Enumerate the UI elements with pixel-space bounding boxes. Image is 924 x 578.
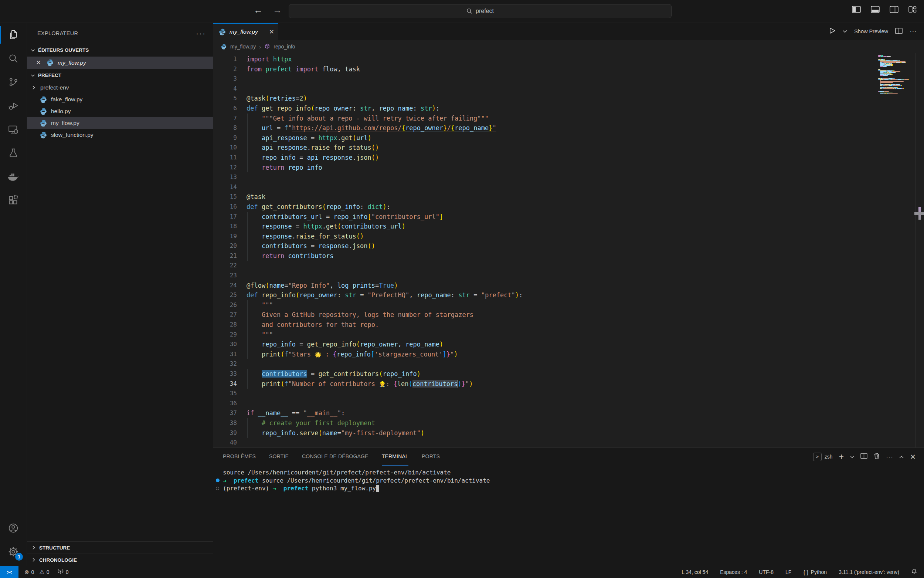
code-line-21[interactable]: 21 return contributors: [213, 251, 924, 261]
indentation[interactable]: Espaces : 4: [720, 569, 747, 575]
code-line-24[interactable]: 24@flow(name="Repo Info", log_prints=Tru…: [213, 281, 924, 291]
toggle-sidebar-icon[interactable]: [852, 6, 861, 13]
tab-my-flow[interactable]: my_flow.py ✕: [213, 23, 278, 40]
file-hello.py[interactable]: hello.py: [27, 106, 213, 117]
code-line-20[interactable]: 20 contributors = response.json(): [213, 241, 924, 251]
split-editor-icon[interactable]: [895, 28, 903, 36]
activity-source-control-icon[interactable]: [0, 70, 27, 94]
account-icon[interactable]: [0, 516, 27, 540]
minimap[interactable]: [878, 55, 914, 95]
toggle-secondary-sidebar-icon[interactable]: [890, 6, 898, 13]
maximize-panel-icon[interactable]: [899, 453, 904, 460]
code-line-16[interactable]: 16def get_contributors(repo_info: dict):: [213, 202, 924, 212]
activity-extensions-icon[interactable]: [0, 188, 27, 212]
file-my_flow.py[interactable]: my_flow.py: [27, 117, 213, 129]
code-line-37[interactable]: 37if __name__ == "__main__":: [213, 408, 924, 418]
code-line-9[interactable]: 9 api_response = httpx.get(url): [213, 133, 924, 143]
section-timeline[interactable]: CHRONOLOGIE: [27, 554, 213, 566]
code-line-25[interactable]: 25def repo_info(repo_owner: str = "Prefe…: [213, 290, 924, 300]
code-line-22[interactable]: 22: [213, 261, 924, 271]
new-terminal-icon[interactable]: +: [839, 452, 844, 462]
show-preview-button[interactable]: Show Preview: [854, 28, 888, 34]
code-line-33[interactable]: 33 contributors = get_contributors(repo_…: [213, 369, 924, 379]
file-fake_flow.py[interactable]: fake_flow.py: [27, 94, 213, 106]
terminal-instance-zsh[interactable]: > zsh: [813, 453, 833, 461]
code-line-4[interactable]: 4: [213, 84, 924, 94]
code-line-35[interactable]: 35: [213, 389, 924, 399]
ports-status[interactable]: 0: [58, 569, 69, 576]
file-prefect-env[interactable]: prefect-env: [27, 82, 213, 94]
code-line-15[interactable]: 15@task: [213, 192, 924, 202]
customize-layout-icon[interactable]: [908, 6, 917, 13]
panel-tab-ports[interactable]: PORTS: [422, 448, 440, 466]
code-line-3[interactable]: 3: [213, 74, 924, 84]
code-line-39[interactable]: 39 repo_info.serve(name="my-first-deploy…: [213, 428, 924, 438]
code-line-6[interactable]: 6def get_repo_info(repo_owner: str, repo…: [213, 104, 924, 114]
code-line-2[interactable]: 2from prefect import flow, task: [213, 64, 924, 74]
eol-sequence[interactable]: LF: [785, 569, 791, 575]
history-forward-icon[interactable]: →: [273, 5, 282, 16]
breadcrumb-file[interactable]: my_flow.py: [230, 44, 256, 50]
panel-tab-terminal[interactable]: TERMINAL: [382, 448, 408, 466]
remote-indicator[interactable]: ><: [0, 566, 18, 578]
settings-gear-icon[interactable]: 1: [0, 540, 27, 563]
code-line-40[interactable]: 40: [213, 438, 924, 448]
command-center-search[interactable]: prefect: [289, 4, 672, 18]
split-terminal-icon[interactable]: [861, 453, 867, 460]
activity-run-debug-icon[interactable]: [0, 94, 27, 118]
code-line-7[interactable]: 7 """Get info about a repo - will retry …: [213, 114, 924, 123]
section-open-editors[interactable]: ÉDITEURS OUVERTS: [27, 44, 213, 57]
code-editor[interactable]: 1import httpx2from prefect import flow, …: [213, 53, 924, 448]
breadcrumb-symbol[interactable]: repo_info: [273, 44, 295, 50]
section-folder[interactable]: PREFECT: [27, 69, 213, 82]
notifications-bell-icon[interactable]: [911, 568, 918, 576]
section-outline[interactable]: STRUCTURE: [27, 541, 213, 554]
code-line-8[interactable]: 8 url = f"https://api.github.com/repos/{…: [213, 123, 924, 133]
code-line-29[interactable]: 29 """: [213, 330, 924, 340]
tab-close-icon[interactable]: ✕: [269, 28, 274, 36]
code-line-1[interactable]: 1import httpx: [213, 54, 924, 64]
panel-tab-sortie[interactable]: SORTIE: [269, 448, 289, 466]
code-line-31[interactable]: 31 print(f"Stars 🌟 : {repo_info['stargaz…: [213, 349, 924, 359]
code-line-13[interactable]: 13: [213, 172, 924, 182]
panel-more-icon[interactable]: ···: [886, 453, 893, 461]
code-line-17[interactable]: 17 contributors_url = repo_info["contrib…: [213, 212, 924, 222]
code-line-38[interactable]: 38 # create your first deployment: [213, 418, 924, 428]
code-line-11[interactable]: 11 repo_info = api_response.json(): [213, 153, 924, 163]
code-line-19[interactable]: 19 response.raise_for_status(): [213, 232, 924, 242]
code-line-36[interactable]: 36: [213, 399, 924, 409]
encoding[interactable]: UTF-8: [759, 569, 774, 575]
panel-tab-problèmes[interactable]: PROBLÈMES: [223, 448, 256, 466]
activity-explorer-icon[interactable]: [0, 23, 27, 47]
language-mode[interactable]: { } Python: [803, 569, 827, 575]
activity-docker-icon[interactable]: [0, 165, 27, 188]
code-line-28[interactable]: 28 and contributors for that repo.: [213, 320, 924, 330]
run-dropdown-chevron-icon[interactable]: [843, 28, 847, 35]
activity-remote-explorer-icon[interactable]: [0, 118, 27, 141]
run-python-file-icon[interactable]: [829, 28, 836, 36]
editor-more-icon[interactable]: ···: [909, 28, 917, 36]
code-line-30[interactable]: 30 repo_info = get_repo_info(repo_owner,…: [213, 339, 924, 349]
code-line-32[interactable]: 32: [213, 359, 924, 369]
code-line-34[interactable]: 34 print(f"Number of contributors 👷: {le…: [213, 379, 924, 389]
terminal-output[interactable]: source /Users/henricourdent/git/prefect/…: [213, 466, 924, 493]
problems-status[interactable]: ⊗ 0 ⚠ 0: [24, 569, 50, 575]
sidebar-more-icon[interactable]: ···: [196, 29, 206, 38]
terminal-dropdown-chevron-icon[interactable]: [850, 453, 854, 460]
command-decoration-open[interactable]: [216, 487, 219, 490]
command-decoration-filled[interactable]: [216, 479, 220, 482]
code-line-14[interactable]: 14: [213, 182, 924, 192]
cursor-position[interactable]: L 34, col 54: [681, 569, 708, 575]
code-line-12[interactable]: 12 return repo_info: [213, 163, 924, 173]
open-editor-my_flow.py[interactable]: ✕my_flow.py: [27, 57, 213, 69]
code-line-27[interactable]: 27 Given a GitHub repository, logs the n…: [213, 310, 924, 320]
code-line-18[interactable]: 18 response = httpx.get(contributors_url…: [213, 221, 924, 232]
code-line-26[interactable]: 26 """: [213, 300, 924, 310]
activity-search-icon[interactable]: [0, 47, 27, 70]
history-back-icon[interactable]: ←: [254, 5, 263, 16]
kill-terminal-icon[interactable]: [874, 453, 880, 461]
code-line-10[interactable]: 10 api_response.raise_for_status(): [213, 143, 924, 153]
close-icon[interactable]: ✕: [34, 59, 42, 67]
close-panel-icon[interactable]: ✕: [910, 453, 916, 461]
file-slow_function.py[interactable]: slow_function.py: [27, 129, 213, 141]
